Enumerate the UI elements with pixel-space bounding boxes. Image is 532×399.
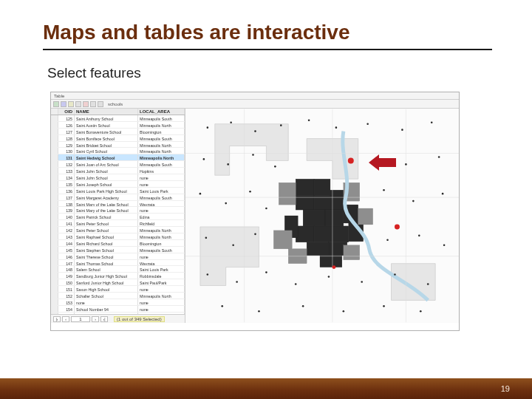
table-row[interactable]: 131Saint Hedwig SchoolMinneapolis North	[51, 154, 185, 161]
layer-name-label: schools	[108, 102, 123, 106]
table-row[interactable]: 152Schaller SchoolMinneapolis North	[51, 293, 185, 299]
page-number: 19	[501, 384, 510, 393]
table-row[interactable]: 150Sanford Junior High SchoolSaint Paul/…	[51, 279, 185, 286]
nav-next-button[interactable]: ›	[92, 316, 99, 322]
toolbar-icon[interactable]	[83, 101, 89, 107]
nav-first-button[interactable]: |‹	[53, 316, 61, 322]
row-selector[interactable]	[51, 168, 58, 174]
table-row[interactable]: 145Saint Stephen SchoolMinneapolis South	[51, 247, 185, 253]
row-selector[interactable]	[51, 154, 58, 160]
svg-point-69	[427, 283, 429, 285]
table-row[interactable]: 135Saint Joseph Schoolnone	[51, 181, 185, 188]
svg-point-52	[265, 208, 267, 210]
toolbar-icon[interactable]	[61, 101, 66, 107]
table-row[interactable]: 153nonenone	[51, 299, 185, 306]
table-row[interactable]: 128Saint Boniface SchoolMinneapolis Sout…	[51, 135, 185, 142]
row-selector[interactable]	[51, 214, 58, 219]
col-header-oid[interactable]: OID	[58, 109, 75, 115]
cell-name: Saint Bonaventure School	[75, 129, 138, 134]
row-selector[interactable]	[51, 286, 58, 292]
row-selector[interactable]	[51, 227, 58, 233]
table-row[interactable]: 146Saint Therese Schoolnone	[51, 253, 185, 260]
cell-oid: 138	[58, 201, 75, 207]
row-selector[interactable]	[51, 293, 58, 299]
row-selector[interactable]	[51, 306, 58, 312]
row-selector[interactable]	[51, 233, 58, 239]
table-row[interactable]: 133Saint John SchoolHopkins	[51, 168, 185, 174]
nav-current-field[interactable]: 1	[71, 316, 90, 322]
svg-point-58	[254, 233, 256, 236]
toolbar-icon[interactable]	[68, 101, 74, 107]
table-row[interactable]: 151Saxon High Schoolnone	[51, 286, 185, 293]
row-selector[interactable]	[51, 201, 58, 207]
row-selector[interactable]	[51, 240, 58, 246]
row-selector[interactable]	[51, 266, 58, 272]
svg-point-59	[386, 239, 389, 242]
table-row[interactable]: 139Saint Mary of the Lake Schoolnone	[51, 207, 185, 214]
nav-last-button[interactable]: ›|	[100, 316, 108, 322]
nav-prev-button[interactable]: ‹	[62, 316, 69, 322]
row-selector[interactable]	[51, 148, 58, 154]
table-row[interactable]: 154School Number 94none	[51, 306, 185, 313]
table-row[interactable]: 148Salem SchoolSaint Louis Park	[51, 266, 185, 273]
svg-rect-5	[296, 179, 314, 195]
svg-point-63	[236, 281, 238, 283]
toolbar-icon[interactable]	[98, 101, 103, 107]
cell-area: Richfield	[138, 220, 185, 226]
table-row[interactable]: 129Saint Bridget SchoolMinneapolis North	[51, 142, 185, 149]
svg-point-71	[258, 310, 260, 313]
svg-point-70	[221, 305, 223, 307]
toolbar-icon[interactable]	[90, 101, 96, 107]
table-row[interactable]: 149Sandburg Junior High SchoolRobbinsdal…	[51, 273, 185, 279]
row-selector[interactable]	[51, 122, 58, 128]
table-row[interactable]: 130Saint Cyril SchoolMinneapolis North	[51, 148, 185, 154]
svg-point-60	[418, 235, 420, 237]
table-row[interactable]: 147Saint Thomas SchoolWayzata	[51, 260, 185, 267]
row-selector[interactable]	[51, 260, 58, 266]
table-row[interactable]: 140Saint Patrick SchoolEdina	[51, 214, 185, 220]
row-selector[interactable]	[51, 299, 58, 305]
toolbar-icon[interactable]	[75, 101, 81, 107]
cell-name: Saxon High School	[75, 286, 138, 292]
cell-oid: 153	[58, 299, 75, 305]
row-selector[interactable]	[51, 188, 58, 194]
row-selector[interactable]	[51, 207, 58, 213]
row-selector[interactable]	[51, 115, 58, 121]
table-row[interactable]: 136Saint Louis Park High SchoolSaint Lou…	[51, 188, 185, 194]
table-row[interactable]: 143Saint Raphael SchoolMinneapolis North	[51, 233, 185, 240]
cell-name: Sandburg Junior High School	[75, 273, 138, 279]
col-header-area[interactable]: LOCAL_AREA	[138, 109, 185, 115]
row-selector[interactable]	[51, 253, 58, 259]
row-selector[interactable]	[51, 273, 58, 279]
row-selector[interactable]	[51, 194, 58, 200]
svg-point-75	[420, 310, 422, 313]
row-selector[interactable]	[51, 181, 58, 187]
svg-rect-10	[303, 210, 325, 226]
row-selector[interactable]	[51, 279, 58, 285]
table-row[interactable]: 127Saint Bonaventure SchoolBloomington	[51, 129, 185, 135]
table-row[interactable]: 138Saint Mary of the Lake SchoolWayzata	[51, 201, 185, 208]
row-selector[interactable]	[51, 129, 58, 134]
row-selector[interactable]	[51, 142, 58, 148]
cell-name: Saint Patrick School	[75, 214, 138, 219]
table-row[interactable]: 132Saint Joan of Arc SchoolMinneapolis S…	[51, 161, 185, 168]
row-selector[interactable]	[51, 247, 58, 253]
row-selector[interactable]	[51, 135, 58, 141]
table-row[interactable]: 142Saint Peter SchoolMinneapolis North	[51, 227, 185, 233]
map-pane[interactable]	[185, 109, 459, 323]
table-row[interactable]: 134Saint John Schoolnone	[51, 174, 185, 181]
svg-point-40	[401, 129, 403, 131]
table-row[interactable]: 126Saint Austin SchoolMinneapolis North	[51, 122, 185, 129]
cell-name: Saint Boniface School	[75, 135, 138, 141]
table-row[interactable]: 125Saint Anthony SchoolMinneapolis South	[51, 115, 185, 122]
col-header-name[interactable]: NAME	[75, 109, 138, 115]
row-selector[interactable]	[51, 161, 58, 167]
table-row[interactable]: 144Saint Richard SchoolBloomington	[51, 240, 185, 247]
toolbar-icon[interactable]	[53, 101, 59, 107]
table-row[interactable]: 137Saint Margaret AcademyMinneapolis Sou…	[51, 194, 185, 201]
row-selector[interactable]	[51, 174, 58, 180]
table-row[interactable]: 141Saint Peter SchoolRichfield	[51, 220, 185, 227]
table-header-row: OID NAME LOCAL_AREA	[51, 109, 185, 115]
row-selector[interactable]	[51, 220, 58, 226]
svg-point-66	[328, 276, 330, 278]
